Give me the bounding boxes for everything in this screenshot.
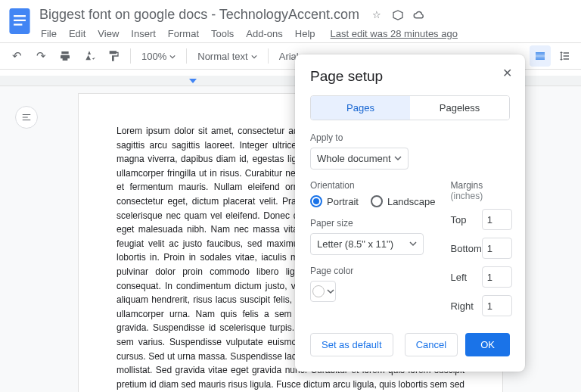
- document-title[interactable]: Biggest font on google docs - Technology…: [36, 6, 362, 23]
- apply-to-dropdown[interactable]: Whole document: [310, 148, 409, 170]
- line-spacing-icon[interactable]: [554, 45, 575, 67]
- paper-size-label: Paper size: [310, 218, 436, 229]
- dialog-title: Page setup: [310, 68, 510, 85]
- zoom-dropdown[interactable]: 100%: [137, 46, 180, 66]
- header: Biggest font on google docs - Technology…: [0, 0, 581, 42]
- page-color-dropdown[interactable]: [310, 281, 336, 302]
- paper-size-dropdown[interactable]: Letter (8.5" x 11"): [310, 233, 424, 255]
- menu-help[interactable]: Help: [290, 25, 320, 42]
- paint-format-icon[interactable]: [103, 45, 124, 67]
- margin-right-input[interactable]: [482, 295, 512, 316]
- menu-file[interactable]: File: [36, 25, 61, 42]
- cloud-icon[interactable]: [412, 8, 426, 22]
- menu-edit[interactable]: Edit: [64, 25, 90, 42]
- star-icon[interactable]: ☆: [370, 8, 384, 22]
- margin-right-label: Right: [451, 300, 474, 312]
- tab-pages[interactable]: Pages: [311, 96, 410, 120]
- margin-bottom-input[interactable]: [482, 238, 512, 259]
- ok-button[interactable]: OK: [465, 333, 510, 356]
- margin-left-input[interactable]: [482, 266, 512, 288]
- menu-format[interactable]: Format: [163, 25, 204, 42]
- outline-toggle-icon[interactable]: [15, 106, 38, 129]
- docs-logo-icon[interactable]: [6, 6, 33, 36]
- svg-rect-2: [14, 20, 26, 21]
- menu-insert[interactable]: Insert: [126, 25, 160, 42]
- page-setup-dialog: Page setup ✕ Pages Pageless Apply to Who…: [295, 54, 525, 372]
- svg-rect-1: [14, 15, 26, 17]
- move-icon[interactable]: [391, 8, 405, 22]
- menu-addons[interactable]: Add-ons: [241, 25, 287, 42]
- last-edit-link[interactable]: Last edit was 28 minutes ago: [331, 28, 458, 39]
- orientation-portrait-radio[interactable]: Portrait: [310, 195, 359, 207]
- undo-icon[interactable]: ↶: [6, 45, 27, 67]
- apply-to-label: Apply to: [310, 132, 510, 143]
- close-icon[interactable]: ✕: [499, 65, 514, 80]
- margin-top-label: Top: [451, 214, 467, 226]
- set-default-button[interactable]: Set as default: [310, 333, 393, 356]
- margin-left-label: Left: [451, 272, 468, 283]
- dialog-tabs: Pages Pageless: [310, 95, 510, 120]
- orientation-label: Orientation: [310, 180, 436, 191]
- page-color-label: Page color: [310, 266, 436, 276]
- print-icon[interactable]: [54, 45, 76, 67]
- tab-pageless[interactable]: Pageless: [410, 96, 509, 120]
- spellcheck-icon[interactable]: [79, 45, 100, 67]
- style-dropdown[interactable]: Normal text: [193, 46, 261, 66]
- orientation-landscape-radio[interactable]: Landscape: [371, 195, 436, 207]
- svg-rect-3: [14, 23, 22, 25]
- redo-icon[interactable]: ↷: [30, 45, 51, 67]
- margin-bottom-label: Bottom: [451, 243, 482, 254]
- margins-label: Margins (inches): [451, 180, 512, 201]
- margin-top-input[interactable]: [482, 209, 512, 230]
- menu-tools[interactable]: Tools: [207, 25, 238, 42]
- menu-view[interactable]: View: [93, 25, 123, 42]
- align-justify-icon[interactable]: [530, 45, 551, 67]
- cancel-button[interactable]: Cancel: [405, 333, 458, 356]
